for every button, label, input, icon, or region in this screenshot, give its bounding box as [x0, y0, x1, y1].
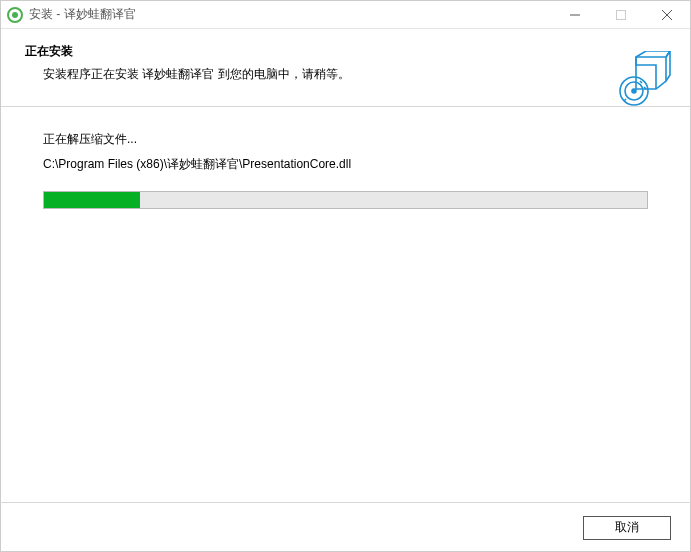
extract-label: 正在解压缩文件... [43, 131, 648, 148]
svg-rect-1 [617, 10, 626, 19]
minimize-button[interactable] [552, 1, 598, 28]
header: 正在安装 安装程序正在安装 译妙蛙翻译官 到您的电脑中，请稍等。 [1, 29, 690, 107]
titlebar: 安装 - 译妙蛙翻译官 [1, 1, 690, 29]
svg-point-6 [632, 89, 636, 93]
svg-line-7 [640, 81, 642, 83]
progress-bar [43, 191, 648, 209]
page-title: 正在安装 [25, 43, 666, 60]
box-disc-icon [616, 51, 672, 110]
maximize-button [598, 1, 644, 28]
content-area: 正在解压缩文件... C:\Program Files (x86)\译妙蛙翻译官… [1, 107, 690, 233]
svg-line-9 [624, 99, 626, 101]
close-button[interactable] [644, 1, 690, 28]
window-title: 安装 - 译妙蛙翻译官 [29, 6, 552, 23]
app-icon [7, 7, 23, 23]
page-subtitle: 安装程序正在安装 译妙蛙翻译官 到您的电脑中，请稍等。 [25, 66, 666, 83]
footer: 取消 [0, 502, 691, 552]
current-file-path: C:\Program Files (x86)\译妙蛙翻译官\Presentati… [43, 156, 648, 173]
progress-fill [44, 192, 140, 208]
cancel-button[interactable]: 取消 [583, 516, 671, 540]
window-controls [552, 1, 690, 28]
